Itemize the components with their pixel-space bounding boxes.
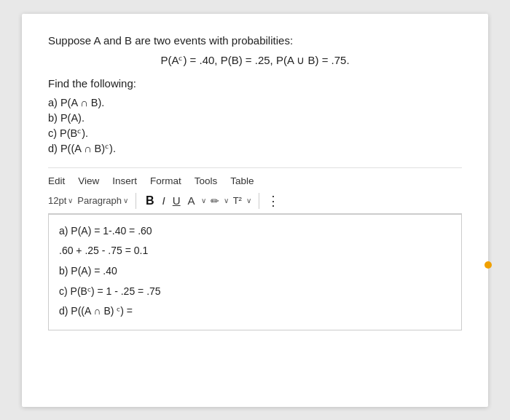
orange-dot [484, 261, 492, 269]
menu-format[interactable]: Format [150, 175, 181, 186]
t2-chevron[interactable]: ∨ [246, 197, 251, 205]
editor-menu: Edit View Insert Format Tools Table [48, 167, 462, 186]
menu-table[interactable]: Table [230, 175, 254, 186]
question-d: d) P((A ∩ B)ᶜ). [48, 143, 462, 154]
formula-line: P(Aᶜ) = .40, P(B) = .25, P(A ∪ B) = .75. [48, 54, 462, 67]
question-b: b) P(A). [48, 112, 462, 124]
paragraph-chevron[interactable]: ∨ [123, 197, 128, 205]
answer-line-5: d) P((A ∩ B) ᶜ) = [59, 304, 451, 320]
answer-line-2: .60 + .25 - .75 = 0.1 [59, 243, 451, 259]
menu-edit[interactable]: Edit [48, 175, 65, 186]
font-size-select[interactable]: 12pt ∨ [48, 195, 73, 206]
main-page: Suppose A and B are two events with prob… [22, 14, 488, 407]
answer-line-4: c) P(Bᶜ) = 1 - .25 = .75 [59, 284, 451, 300]
highlight-button[interactable]: ✏ [211, 195, 219, 207]
menu-view[interactable]: View [78, 175, 99, 186]
paragraph-select[interactable]: Paragraph ∨ [77, 195, 128, 206]
toolbar-divider [136, 193, 136, 209]
question-c: c) P(Bᶜ). [48, 127, 462, 139]
answer-line-3: b) P(A) = .40 [59, 264, 451, 280]
paragraph-label: Paragraph [77, 195, 122, 206]
find-text: Find the following: [48, 77, 462, 90]
italic-button[interactable]: I [161, 194, 167, 207]
toolbar-divider-2 [259, 193, 259, 209]
font-size-value: 12pt [48, 195, 66, 206]
highlight-chevron[interactable]: ∨ [224, 197, 229, 205]
menu-tools[interactable]: Tools [195, 175, 218, 186]
question-list: a) P(A ∩ B). b) P(A). c) P(Bᶜ). d) P((A … [48, 97, 462, 154]
intro-text: Suppose A and B are two events with prob… [48, 34, 462, 47]
menu-insert[interactable]: Insert [112, 175, 137, 186]
answer-line-1: a) P(A) = 1-.40 = .60 [59, 223, 451, 239]
editor-content[interactable]: a) P(A) = 1-.40 = .60 .60 + .25 - .75 = … [48, 214, 462, 330]
superscript-button[interactable]: T² [233, 195, 242, 206]
font-size-chevron[interactable]: ∨ [68, 197, 73, 205]
format-bar: 12pt ∨ Paragraph ∨ B I U A ∨ ✏ ∨ T² ∨ ⋮ [48, 189, 462, 214]
font-color-chevron[interactable]: ∨ [201, 197, 206, 205]
bold-button[interactable]: B [144, 194, 157, 207]
question-a: a) P(A ∩ B). [48, 97, 462, 108]
more-options-button[interactable]: ⋮ [267, 193, 280, 209]
underline-button[interactable]: U [171, 194, 182, 207]
font-color-button[interactable]: A [187, 194, 197, 207]
